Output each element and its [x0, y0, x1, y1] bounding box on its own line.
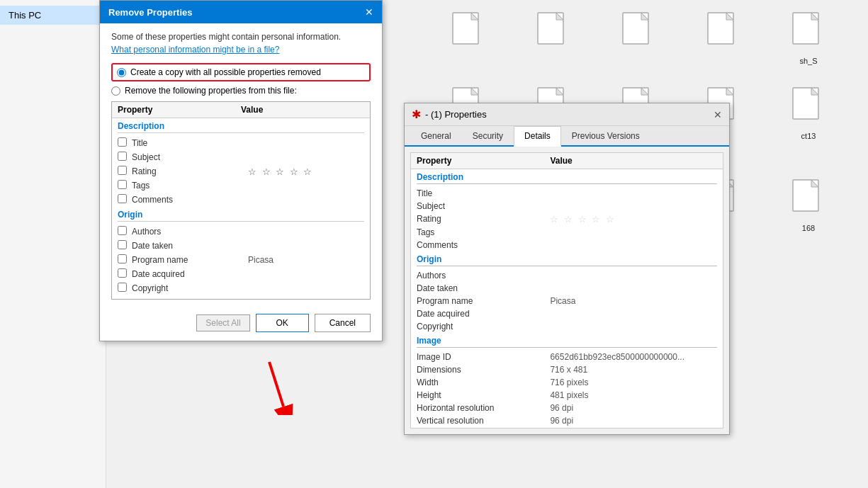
prop-detail-rating: Rating ☆ ☆ ☆ ☆ ☆	[411, 212, 723, 226]
option-create-copy[interactable]: Create a copy with all possible properti…	[111, 63, 371, 81]
prop-detail-copyright: Copyright	[411, 320, 723, 333]
checkbox-title[interactable]	[118, 137, 127, 147]
remove-dialog-info: Some of these properties might contain p…	[111, 32, 371, 42]
prop-row-subject: Subject	[112, 150, 370, 164]
tab-general[interactable]: General	[410, 126, 462, 145]
description-divider	[118, 132, 364, 133]
tab-details[interactable]: Details	[514, 126, 561, 147]
remove-dialog-title: Remove Properties	[108, 7, 193, 18]
option-create-copy-label: Create a copy with all possible properti…	[130, 67, 321, 77]
cancel-button[interactable]: Cancel	[315, 314, 371, 332]
bg-file-3	[607, 11, 670, 65]
col-header-property: Property	[118, 105, 241, 115]
option-remove-following[interactable]: Remove the following properties from thi…	[111, 86, 371, 96]
prop-detail-comments: Comments	[411, 239, 723, 251]
prop-detail-title: Title	[411, 187, 723, 200]
bug-icon: ✱	[412, 108, 421, 121]
tab-security[interactable]: Security	[462, 126, 514, 145]
bg-file-5: sh_S	[777, 11, 840, 65]
select-all-button[interactable]: Select All	[196, 314, 249, 331]
prop-detail-tags: Tags	[411, 226, 723, 239]
prop-dialog-col-value: Value	[550, 156, 717, 166]
prop-detail-width: Width 716 pixels	[411, 376, 723, 389]
checkbox-date-acquired[interactable]	[118, 268, 127, 278]
prop-section-image: Image	[411, 333, 723, 346]
option-remove-following-label: Remove the following properties from thi…	[125, 86, 297, 96]
prop-hr-image	[417, 347, 717, 348]
checkbox-program-name[interactable]	[118, 254, 127, 263]
prop-detail-dimensions: Dimensions 716 x 481	[411, 363, 723, 376]
remove-dialog-footer: Select All OK Cancel	[100, 308, 382, 341]
prop-hr-origin	[417, 266, 717, 266]
prop-detail-image-id: Image ID 6652d61bb923ec8500000000000...	[411, 351, 723, 363]
prop-row-program-name: Program name Picasa	[112, 253, 370, 267]
section-description: Description	[112, 118, 370, 132]
checkbox-copyright[interactable]	[118, 283, 127, 292]
tabs-bar: General Security Details Previous Versio…	[405, 126, 729, 147]
prop-dialog-col-property: Property	[417, 156, 550, 166]
properties-details-content: Property Value Description Title Subject…	[410, 152, 723, 429]
radio-create-copy[interactable]	[117, 68, 126, 77]
checkbox-rating[interactable]	[118, 166, 127, 175]
sidebar: This PC	[0, 0, 106, 488]
prop-row-title: Title	[112, 136, 370, 150]
properties-dialog: ✱ - (1) Properties ✕ General Security De…	[404, 103, 730, 435]
remove-properties-table: Property Value Description Title Subject…	[111, 101, 371, 300]
prop-section-description: Description	[411, 169, 723, 182]
prop-detail-h-resolution: Horizontal resolution 96 dpi	[411, 402, 723, 414]
properties-dialog-title: - (1) Properties	[425, 109, 487, 120]
properties-title-left: ✱ - (1) Properties	[412, 108, 487, 121]
bg-file-10: ct13	[777, 86, 840, 157]
prop-row-tags: Tags	[112, 178, 370, 193]
prop-row-date-acquired: Date acquired	[112, 267, 370, 281]
prop-row-authors: Authors	[112, 225, 370, 239]
prop-section-origin: Origin	[411, 251, 723, 264]
prop-detail-date-taken: Date taken	[411, 282, 723, 295]
col-header-value: Value	[241, 105, 364, 115]
tab-previous-versions[interactable]: Previous Versions	[561, 126, 650, 145]
checkbox-subject[interactable]	[118, 152, 127, 161]
origin-divider	[118, 221, 364, 222]
prop-detail-date-acquired: Date acquired	[411, 307, 723, 320]
personal-info-link[interactable]: What personal information might be in a …	[111, 45, 371, 55]
sidebar-item-this-pc[interactable]: This PC	[0, 6, 106, 25]
checkbox-tags[interactable]	[118, 180, 127, 189]
table-header-row: Property Value	[112, 102, 370, 118]
prop-dialog-header-row: Property Value	[411, 153, 723, 169]
radio-remove-following[interactable]	[111, 86, 120, 96]
bg-file-4	[692, 11, 755, 65]
section-origin: Origin	[112, 207, 370, 221]
remove-dialog-close-button[interactable]: ✕	[365, 6, 373, 18]
ok-button[interactable]: OK	[256, 314, 309, 332]
checkbox-authors[interactable]	[118, 226, 127, 235]
prop-row-rating: Rating ☆ ☆ ☆ ☆ ☆	[112, 164, 370, 178]
prop-row-date-taken: Date taken	[112, 239, 370, 253]
prop-detail-program-name: Program name Picasa	[411, 295, 723, 307]
prop-detail-v-resolution: Vertical resolution 96 dpi	[411, 414, 723, 427]
properties-dialog-titlebar: ✱ - (1) Properties ✕	[405, 103, 729, 126]
prop-detail-subject: Subject	[411, 200, 723, 212]
remove-properties-dialog: Remove Properties ✕ Some of these proper…	[99, 0, 383, 341]
checkbox-date-taken[interactable]	[118, 240, 127, 249]
prop-detail-authors: Authors	[411, 269, 723, 282]
remove-dialog-body: Some of these properties might contain p…	[100, 23, 382, 308]
prop-row-comments: Comments	[112, 193, 370, 207]
prop-row-copyright: Copyright	[112, 281, 370, 295]
prop-detail-height: Height 481 pixels	[411, 389, 723, 402]
properties-dialog-close-button[interactable]: ✕	[714, 109, 722, 120]
bg-file-15: 168	[777, 178, 840, 232]
remove-dialog-titlebar: Remove Properties ✕	[100, 1, 382, 23]
bg-file-2	[522, 11, 585, 65]
checkbox-comments[interactable]	[118, 194, 127, 203]
bg-file-1	[436, 11, 500, 65]
prop-hr-desc	[417, 183, 717, 184]
